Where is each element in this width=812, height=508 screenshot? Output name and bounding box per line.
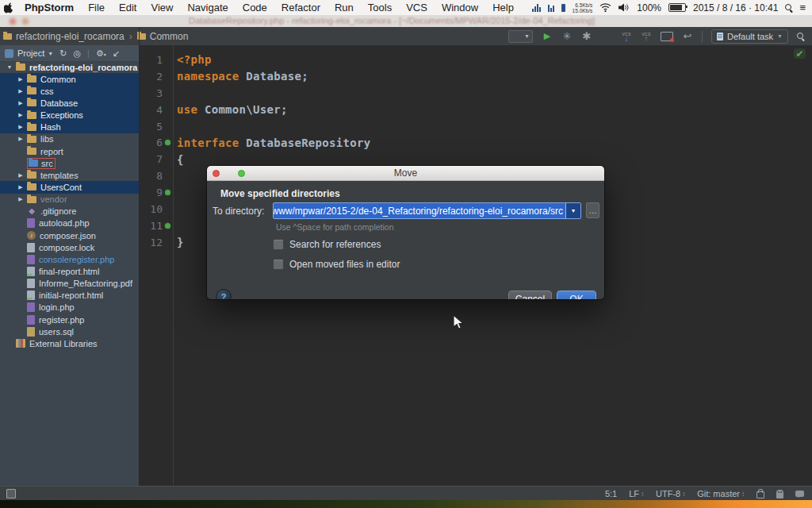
code-line-4[interactable]: 4use Common\User; xyxy=(140,102,812,118)
apple-menu-icon[interactable] xyxy=(0,2,17,13)
event-log-icon[interactable] xyxy=(795,491,804,497)
tree-item-gitignore[interactable]: ◆.gitignore xyxy=(0,206,139,217)
volume-icon[interactable] xyxy=(619,3,630,12)
tree-item-css[interactable]: ▶css xyxy=(0,85,139,97)
code-line-3[interactable]: 3 xyxy=(140,85,812,102)
tree-item-login-php[interactable]: login.php xyxy=(0,302,139,314)
vcs-update-button[interactable]: VCS↓ xyxy=(621,30,632,43)
ok-button[interactable]: OK xyxy=(557,291,596,299)
tree-expand-arrow[interactable]: ▶ xyxy=(14,124,27,130)
open-moved-files-checkbox[interactable] xyxy=(273,259,284,270)
cancel-button[interactable]: Cancel xyxy=(508,291,552,299)
tree-item-userscont[interactable]: ▶UsersCont xyxy=(0,181,139,193)
tree-item-users-sql[interactable]: users.sql xyxy=(0,325,139,337)
search-for-references-checkbox[interactable] xyxy=(273,239,284,250)
code-line-6[interactable]: 6interface DatabaseRepository xyxy=(140,134,812,151)
menu-bar-clock[interactable]: 2015 / 8 / 16 · 10:41 xyxy=(693,2,778,13)
tree-item-consoleregister-php[interactable]: consoleregister.php xyxy=(0,253,139,265)
menu-item-vcs[interactable]: VCS xyxy=(399,2,435,13)
cpu-meter-icon[interactable] xyxy=(532,4,541,12)
tree-item-database[interactable]: ▶Database xyxy=(0,97,139,109)
code-line-5[interactable]: 5 xyxy=(140,118,812,135)
tree-expand-arrow[interactable]: ▶ xyxy=(14,196,27,202)
lock-icon[interactable] xyxy=(756,491,764,498)
inspections-hector-icon[interactable] xyxy=(776,490,783,498)
tree-expand-arrow[interactable]: ▶ xyxy=(14,136,27,142)
inspection-status-icon[interactable]: ✔ xyxy=(794,48,806,59)
to-directory-value[interactable]: /www/mpwar/2015-2/de-04_Refactoring/refa… xyxy=(273,206,563,217)
tree-item-external-libraries[interactable]: External Libraries xyxy=(0,337,139,349)
status-widget-5-1[interactable]: 5:1 xyxy=(605,489,617,498)
chevron-down-icon[interactable]: ▼ xyxy=(48,51,53,56)
colored-grid-button[interactable] xyxy=(601,30,612,43)
browse-button[interactable]: … xyxy=(586,202,599,218)
menu-item-refactor[interactable]: Refactor xyxy=(274,2,327,13)
breadcrumb-common[interactable]: Common xyxy=(134,31,192,42)
tree-item-report[interactable]: report xyxy=(0,145,139,157)
tree-expand-arrow[interactable]: ▶ xyxy=(14,112,27,118)
tree-item-refactoring-eloi-rocamora[interactable]: ▼refactoring-eloi_rocamora xyxy=(0,61,139,73)
vcs-commit-button[interactable]: VCS↑ xyxy=(641,30,652,43)
search-everywhere-button[interactable] xyxy=(797,33,804,40)
tree-item-composer-lock[interactable]: composer.lock xyxy=(0,241,139,253)
dialog-zoom-button[interactable] xyxy=(238,170,245,177)
window-title-bar[interactable]: DatabaseRepository.php - refactoring-elo… xyxy=(0,15,812,27)
undo-button[interactable]: ↩ xyxy=(682,30,693,43)
menu-item-view[interactable]: View xyxy=(144,2,180,13)
gear-icon[interactable]: ⚙▾ xyxy=(96,48,106,59)
tree-item-vendor[interactable]: ▶vendor xyxy=(0,194,139,206)
tree-expand-arrow[interactable]: ▼ xyxy=(3,64,16,70)
run-configuration-selector[interactable]: ▼ xyxy=(508,30,533,43)
tree-item-templates[interactable]: ▶templates xyxy=(0,169,139,181)
tree-expand-arrow[interactable]: ▶ xyxy=(14,172,27,179)
tree-item-autoload-php[interactable]: autoload.php xyxy=(0,217,139,229)
dialog-close-button[interactable] xyxy=(213,170,220,177)
tree-expand-arrow[interactable]: ▶ xyxy=(14,100,27,106)
network-speed-indicator[interactable]: 6.5Kb/s 15.0Kb/s xyxy=(573,2,593,13)
menu-item-run[interactable]: Run xyxy=(327,2,361,13)
tree-item-register-php[interactable]: register.php xyxy=(0,314,139,325)
tree-expand-arrow[interactable]: ▶ xyxy=(14,184,27,190)
window-minimize-blurred[interactable] xyxy=(22,18,29,25)
tree-expand-arrow[interactable]: ▶ xyxy=(14,76,27,83)
code-line-1[interactable]: 1<?php xyxy=(140,52,812,68)
tree-item-final-report-html[interactable]: final-report.html xyxy=(0,265,139,277)
breadcrumb-project[interactable]: refactoring-eloi_rocamora xyxy=(0,31,128,42)
notification-center-icon[interactable]: ≡ xyxy=(799,4,806,12)
method-marker-icon[interactable] xyxy=(165,140,170,145)
method-marker-icon[interactable] xyxy=(165,190,170,195)
combobox-dropdown-button[interactable]: ▼ xyxy=(565,203,580,218)
tree-item-common[interactable]: ▶Common xyxy=(0,73,139,85)
dialog-title-bar[interactable]: Move xyxy=(207,166,604,181)
menu-item-edit[interactable]: Edit xyxy=(112,2,144,13)
tree-item-initial-report-html[interactable]: initial-report.html xyxy=(0,290,139,302)
menu-item-help[interactable]: Help xyxy=(485,2,521,13)
toolwindow-toggle-icon[interactable] xyxy=(6,489,16,498)
disk-meter-icon[interactable] xyxy=(548,4,554,12)
status-widget-lf[interactable]: LF↕ xyxy=(629,489,644,498)
tree-item-libs[interactable]: ▶libs xyxy=(0,133,139,145)
code-line-2[interactable]: 2namespace Database; xyxy=(140,68,812,85)
to-directory-combobox[interactable]: /www/mpwar/2015-2/de-04_Refactoring/refa… xyxy=(273,202,581,219)
locate-icon[interactable]: ◎ xyxy=(73,48,81,59)
menu-item-navigate[interactable]: Navigate xyxy=(180,2,235,13)
menu-item-file[interactable]: File xyxy=(81,2,112,13)
spotlight-icon[interactable] xyxy=(785,4,792,11)
menu-item-tools[interactable]: Tools xyxy=(361,2,399,13)
status-widget-utf-8[interactable]: UTF-8↕ xyxy=(656,489,685,498)
tree-item-exceptions[interactable]: ▶Exceptions xyxy=(0,110,139,121)
incoming-changes-button[interactable] xyxy=(661,32,673,41)
memory-meter-icon[interactable] xyxy=(561,4,565,12)
wifi-icon[interactable] xyxy=(599,3,611,12)
menu-item-window[interactable]: Window xyxy=(435,2,485,13)
method-marker-icon[interactable] xyxy=(165,223,170,229)
status-widget-git-master[interactable]: Git: master↕ xyxy=(697,489,745,498)
menu-item-phpstorm[interactable]: PhpStorm xyxy=(17,2,81,13)
refresh-icon[interactable]: ↻ xyxy=(59,48,67,59)
tree-expand-arrow[interactable]: ▶ xyxy=(14,88,27,94)
window-close-blurred[interactable] xyxy=(10,18,16,25)
hide-panel-icon[interactable]: ↙ xyxy=(113,48,120,59)
run-button[interactable]: ▶ xyxy=(542,30,553,43)
tree-item-hash[interactable]: ▶Hash xyxy=(0,121,139,133)
tree-item-informe-refactoring-pdf[interactable]: Informe_Refactoring.pdf xyxy=(0,278,139,290)
